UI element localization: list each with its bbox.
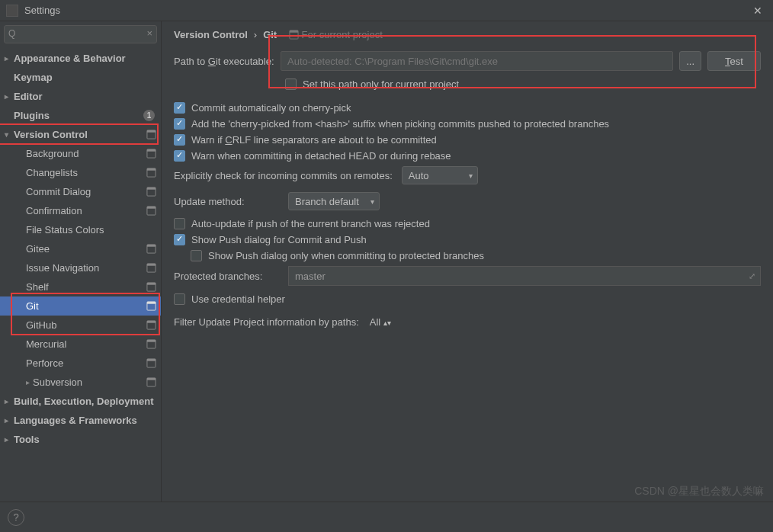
search-input[interactable]: [4, 25, 157, 43]
sidebar-item-shelf[interactable]: Shelf: [0, 277, 161, 296]
sidebar-item-perforce[interactable]: Perforce: [0, 354, 161, 373]
sidebar: Q × ▸Appearance & Behavior Keymap ▸Edito…: [0, 21, 162, 502]
set-path-only-checkbox[interactable]: Set this path only for current project: [285, 79, 761, 90]
expand-icon[interactable]: ⤢: [749, 271, 755, 281]
search-icon: Q: [8, 28, 15, 39]
project-scope-note: For current project: [289, 29, 383, 40]
svg-rect-15: [147, 283, 156, 285]
protected-branches-input[interactable]: master⤢: [288, 266, 761, 286]
svg-rect-7: [147, 187, 156, 190]
breadcrumb-root[interactable]: Version Control: [174, 29, 248, 40]
project-scope-icon: [146, 320, 156, 330]
cherry-suffix-checkbox[interactable]: Add the 'cherry-picked from <hash>' suff…: [174, 118, 761, 130]
crlf-warn-checkbox[interactable]: Warn if CRLF line separators are about t…: [174, 134, 761, 146]
auto-update-checkbox[interactable]: Auto-update if push of the current branc…: [174, 218, 761, 229]
project-scope-icon: [146, 339, 156, 349]
help-button[interactable]: ?: [8, 509, 24, 526]
incoming-combo[interactable]: Auto: [402, 166, 478, 184]
chevron-right-icon: ›: [254, 29, 257, 40]
window-title: Settings: [24, 5, 749, 16]
sidebar-item-tools[interactable]: ▸Tools: [0, 430, 161, 449]
svg-rect-5: [147, 168, 156, 171]
protected-label: Protected branches:: [174, 271, 288, 282]
sidebar-item-keymap[interactable]: Keymap: [0, 68, 161, 87]
test-button[interactable]: Test: [707, 51, 761, 71]
sidebar-item-appearance[interactable]: ▸Appearance & Behavior: [0, 49, 161, 68]
sidebar-item-changelists[interactable]: Changelists: [0, 163, 161, 182]
filter-label: Filter Update Project information by pat…: [174, 316, 359, 328]
sidebar-item-issue-navigation[interactable]: Issue Navigation: [0, 258, 161, 277]
show-push-checkbox[interactable]: Show Push dialog for Commit and Push: [174, 234, 761, 245]
main-panel: Version Control › Git For current projec…: [162, 21, 773, 502]
git-path-label: Path to Git executable:: [174, 56, 281, 67]
project-scope-icon: [146, 187, 156, 197]
project-scope-icon: [146, 263, 156, 273]
sidebar-item-background[interactable]: Background: [0, 144, 161, 163]
sidebar-item-confirmation[interactable]: Confirmation: [0, 201, 161, 220]
svg-rect-27: [290, 30, 298, 33]
update-method-combo[interactable]: Branch default: [288, 192, 380, 210]
incoming-label: Explicitly check for incoming commits on…: [174, 170, 393, 181]
svg-rect-3: [147, 149, 156, 152]
show-push-protected-checkbox[interactable]: Show Push dialog only when committing to…: [191, 250, 761, 261]
sidebar-item-editor[interactable]: ▸Editor: [0, 87, 161, 106]
sidebar-item-subversion[interactable]: ▸Subversion: [0, 373, 161, 392]
settings-tree: ▸Appearance & Behavior Keymap ▸Editor Pl…: [0, 47, 161, 502]
svg-rect-11: [147, 245, 156, 247]
sidebar-item-file-status-colors[interactable]: File Status Colors: [0, 220, 161, 239]
project-scope-icon: [146, 206, 156, 216]
sidebar-item-build[interactable]: ▸Build, Execution, Deployment: [0, 392, 161, 411]
project-scope-icon: [146, 130, 156, 139]
sidebar-item-git[interactable]: Git: [0, 296, 161, 316]
svg-rect-17: [147, 302, 156, 304]
sidebar-item-gitee[interactable]: Gitee: [0, 239, 161, 258]
svg-rect-13: [147, 264, 156, 266]
project-scope-icon: [146, 358, 156, 368]
svg-rect-9: [147, 207, 156, 209]
close-icon[interactable]: ✕: [749, 5, 767, 17]
search-box: Q ×: [4, 25, 157, 43]
project-scope-icon: [146, 282, 156, 292]
svg-rect-19: [147, 321, 156, 323]
filter-value-link[interactable]: All ▴▾: [370, 316, 391, 328]
sidebar-item-github[interactable]: GitHub: [0, 316, 161, 335]
sidebar-item-plugins[interactable]: Plugins1: [0, 106, 161, 125]
svg-rect-21: [147, 340, 156, 342]
cherry-pick-auto-checkbox[interactable]: Commit automatically on cherry-pick: [174, 102, 761, 114]
plugins-badge: 1: [143, 110, 155, 121]
git-path-input[interactable]: [281, 51, 673, 71]
clear-search-icon[interactable]: ×: [146, 27, 152, 39]
breadcrumb-current: Git: [263, 29, 277, 40]
svg-rect-23: [147, 359, 156, 361]
detached-warn-checkbox[interactable]: Warn when committing in detached HEAD or…: [174, 150, 761, 162]
credential-helper-checkbox[interactable]: Use credential helper: [174, 293, 761, 305]
sidebar-item-mercurial[interactable]: Mercurial: [0, 335, 161, 354]
project-scope-icon: [146, 244, 156, 254]
browse-button[interactable]: ...: [679, 51, 701, 71]
project-scope-icon: [146, 301, 156, 311]
app-logo-icon: [6, 5, 18, 17]
sidebar-item-version-control[interactable]: ▾Version Control: [0, 125, 161, 144]
breadcrumb: Version Control › Git For current projec…: [174, 29, 761, 40]
dialog-footer: ?: [0, 502, 773, 532]
project-scope-icon: [146, 168, 156, 178]
sidebar-item-commit-dialog[interactable]: Commit Dialog: [0, 182, 161, 201]
svg-rect-25: [147, 378, 156, 380]
svg-rect-1: [147, 130, 156, 133]
project-scope-icon: [146, 149, 156, 159]
update-method-label: Update method:: [174, 196, 288, 207]
sidebar-item-languages[interactable]: ▸Languages & Frameworks: [0, 411, 161, 430]
project-scope-icon: [146, 377, 156, 387]
